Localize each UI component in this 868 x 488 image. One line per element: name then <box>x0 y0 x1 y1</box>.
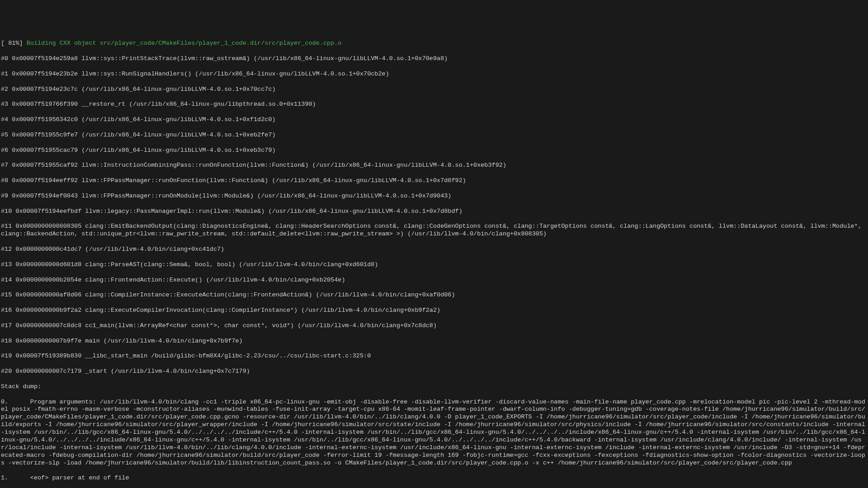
terminal-output[interactable]: [ 81%] Building CXX object src/player_co… <box>1 33 867 488</box>
build-status-text: Building CXX object src/player_code/CMak… <box>27 40 342 47</box>
dump-line: 1. <eof> parser at end of file <box>1 474 867 482</box>
stack-frame: #7 0x00007f51955caf92 llvm::InstructionC… <box>1 162 867 169</box>
stack-frame: #18 0x00000000007b9f7e main (/usr/lib/ll… <box>1 338 867 345</box>
stack-frame: #8 0x00007f5194eeff92 llvm::FPPassManage… <box>1 177 867 185</box>
build-progress-line: [ 81%] Building CXX object src/player_co… <box>1 40 867 47</box>
stack-frame: #20 0x00000000007c7179 _start (/usr/lib/… <box>1 368 867 375</box>
stack-frame: #17 0x00000000007c8dc8 cc1_main(llvm::Ar… <box>1 322 867 330</box>
stack-frame: #15 0x0000000000af0d06 clang::CompilerIn… <box>1 291 867 299</box>
stack-frame: #16 0x0000000000b9f2a2 clang::ExecuteCom… <box>1 307 867 314</box>
stack-frame: #14 0x0000000000b2054e clang::FrontendAc… <box>1 277 867 284</box>
stack-frame: #3 0x00007f519766f390 __restore_rt (/usr… <box>1 101 867 108</box>
stack-frame: #19 0x00007f519389b830 __libc_start_main… <box>1 352 867 360</box>
stack-frame: #0 0x00007f5194e259a8 llvm::sys::PrintSt… <box>1 55 867 63</box>
stack-frame: #12 0x0000000000c41dc7 (/usr/lib/llvm-4.… <box>1 246 867 253</box>
stack-frame: #4 0x00007f51956342c0 (/usr/lib/x86_64-l… <box>1 116 867 124</box>
stack-frame: #10 0x00007f5194eefbdf llvm::legacy::Pas… <box>1 208 867 216</box>
stack-frame: #5 0x00007f51955c9fe7 (/usr/lib/x86_64-l… <box>1 131 867 139</box>
stack-frame: #6 0x00007f51955cac79 (/usr/lib/x86_64-l… <box>1 147 867 155</box>
stack-frame: #1 0x00007f5194e23b2e llvm::sys::RunSign… <box>1 70 867 78</box>
stack-dump-header: Stack dump: <box>1 383 867 391</box>
build-percent: [ 81%] <box>1 40 27 47</box>
stack-frame: #11 0x0000000000808305 clang::EmitBacken… <box>1 223 867 238</box>
dump-line: 0. Program arguments: /usr/lib/llvm-4.0/… <box>1 399 867 467</box>
stack-frame: #2 0x00007f5194e23c7c (/usr/lib/x86_64-l… <box>1 86 867 94</box>
stack-frame: #13 0x0000000000d601d8 clang::ParseAST(c… <box>1 261 867 269</box>
stack-frame: #9 0x00007f5194ef0043 llvm::FPPassManage… <box>1 192 867 200</box>
